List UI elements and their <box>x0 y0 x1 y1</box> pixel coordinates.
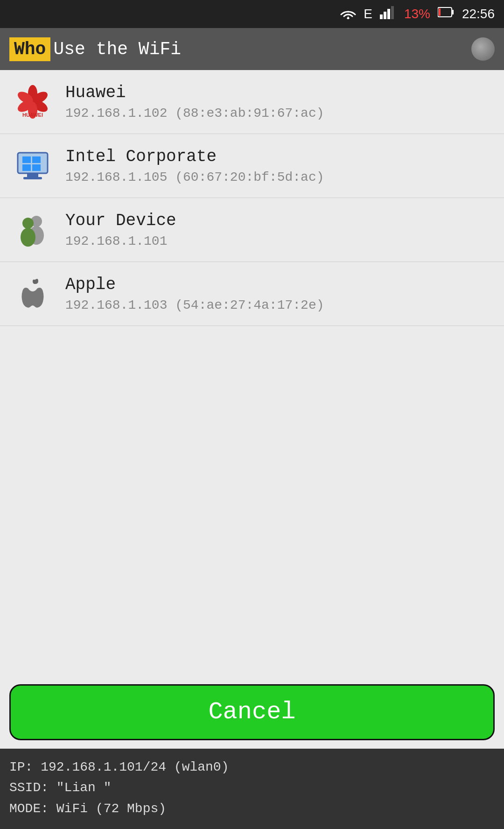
network-type: E <box>364 7 372 21</box>
apple-name: Apple <box>65 275 324 294</box>
huawei-icon: HUAWEI <box>14 83 51 120</box>
loading-spinner <box>471 37 495 61</box>
footer-mode: MODE: WiFi (72 Mbps) <box>9 799 495 820</box>
signal-icon <box>380 5 397 23</box>
title-who: Who <box>9 37 50 61</box>
cancel-button[interactable]: Cancel <box>9 684 495 740</box>
huawei-address: 192.168.1.102 (88:e3:ab:91:67:ac) <box>65 106 324 120</box>
apple-icon-wrap <box>9 270 56 317</box>
your-device-icon <box>14 211 51 248</box>
huawei-name: Huawei <box>65 83 324 102</box>
svg-point-23 <box>22 218 34 229</box>
footer-ssid: SSID: "Lian " <box>9 778 495 799</box>
wifi-icon <box>340 5 356 23</box>
intel-name: Intel Corporate <box>65 147 324 166</box>
svg-rect-1 <box>384 12 386 19</box>
cancel-section: Cancel <box>0 676 504 749</box>
device-item-huawei[interactable]: HUAWEI Huawei 192.168.1.102 (88:e3:ab:91… <box>0 70 504 134</box>
device-list: HUAWEI Huawei 192.168.1.102 (88:e3:ab:91… <box>0 70 504 326</box>
svg-rect-18 <box>32 156 41 163</box>
battery-icon <box>438 7 455 21</box>
svg-point-24 <box>21 228 35 247</box>
svg-rect-19 <box>22 164 31 171</box>
status-bar: E 13% 22:56 <box>0 0 504 28</box>
svg-rect-0 <box>380 14 383 19</box>
svg-rect-15 <box>27 173 38 177</box>
apple-info: Apple 192.168.1.103 (54:ae:27:4a:17:2e) <box>65 275 324 312</box>
svg-rect-20 <box>32 164 41 171</box>
svg-rect-5 <box>452 10 454 14</box>
intel-info: Intel Corporate 192.168.1.105 (60:67:20:… <box>65 147 324 184</box>
huawei-icon-wrap: HUAWEI <box>9 78 56 125</box>
device-item-your-device[interactable]: Your Device 192.168.1.101 <box>0 198 504 262</box>
your-device-info: Your Device 192.168.1.101 <box>65 211 176 248</box>
battery-percent: 13% <box>404 7 430 21</box>
your-device-icon-wrap <box>9 206 56 253</box>
svg-rect-16 <box>23 177 42 179</box>
footer-ip: IP: 192.168.1.101/24 (wlan0) <box>9 757 495 778</box>
svg-text:HUAWEI: HUAWEI <box>22 112 43 118</box>
title-bar: Who Use the WiFi <box>0 28 504 70</box>
intel-icon <box>14 147 51 184</box>
huawei-info: Huawei 192.168.1.102 (88:e3:ab:91:67:ac) <box>65 83 324 120</box>
device-item-intel[interactable]: Intel Corporate 192.168.1.105 (60:67:20:… <box>0 134 504 198</box>
intel-address: 192.168.1.105 (60:67:20:bf:5d:ac) <box>65 170 324 184</box>
footer: IP: 192.168.1.101/24 (wlan0) SSID: "Lian… <box>0 749 504 829</box>
your-device-address: 192.168.1.101 <box>65 234 176 248</box>
svg-rect-3 <box>391 6 394 19</box>
intel-icon-wrap <box>9 142 56 189</box>
svg-rect-2 <box>387 9 390 19</box>
your-device-name: Your Device <box>65 211 176 230</box>
svg-rect-17 <box>22 156 31 163</box>
time-display: 22:56 <box>462 7 495 21</box>
apple-logo-icon <box>19 277 47 310</box>
svg-rect-6 <box>439 8 441 16</box>
main-empty-area <box>0 326 504 676</box>
title-rest: Use the WiFi <box>53 39 471 59</box>
device-item-apple[interactable]: Apple 192.168.1.103 (54:ae:27:4a:17:2e) <box>0 262 504 326</box>
apple-address: 192.168.1.103 (54:ae:27:4a:17:2e) <box>65 298 324 312</box>
